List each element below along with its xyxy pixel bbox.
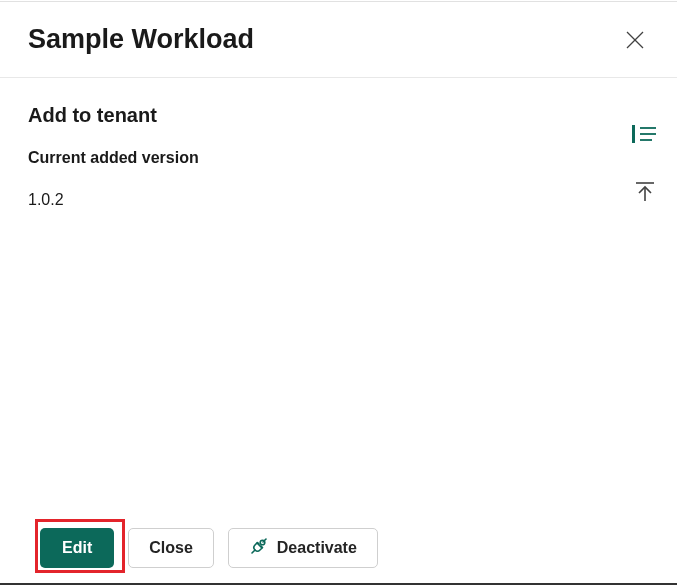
side-action-bar [629,118,661,208]
dialog-header: Sample Workload [0,0,677,78]
bottom-divider [0,583,677,585]
page-title: Sample Workload [28,24,254,55]
close-button[interactable]: Close [128,528,214,568]
dialog-footer: Edit Close Deactivate [0,528,677,576]
svg-line-10 [261,546,263,548]
edit-button-label: Edit [62,539,92,557]
current-version-value: 1.0.2 [28,191,649,209]
list-view-button[interactable] [629,118,661,150]
list-icon [632,123,658,145]
deactivate-button-label: Deactivate [277,539,357,557]
section-title: Add to tenant [28,104,649,127]
close-icon-button[interactable] [621,26,649,54]
dialog-content: Add to tenant Current added version 1.0.… [0,78,677,209]
current-version-label: Current added version [28,149,649,167]
svg-line-9 [257,543,259,545]
scroll-top-icon [634,181,656,203]
unplug-icon [249,536,269,560]
deactivate-button[interactable]: Deactivate [228,528,378,568]
top-divider [0,1,677,2]
close-icon [626,31,644,49]
edit-button[interactable]: Edit [40,528,114,568]
close-button-label: Close [149,539,193,557]
scroll-top-button[interactable] [629,176,661,208]
